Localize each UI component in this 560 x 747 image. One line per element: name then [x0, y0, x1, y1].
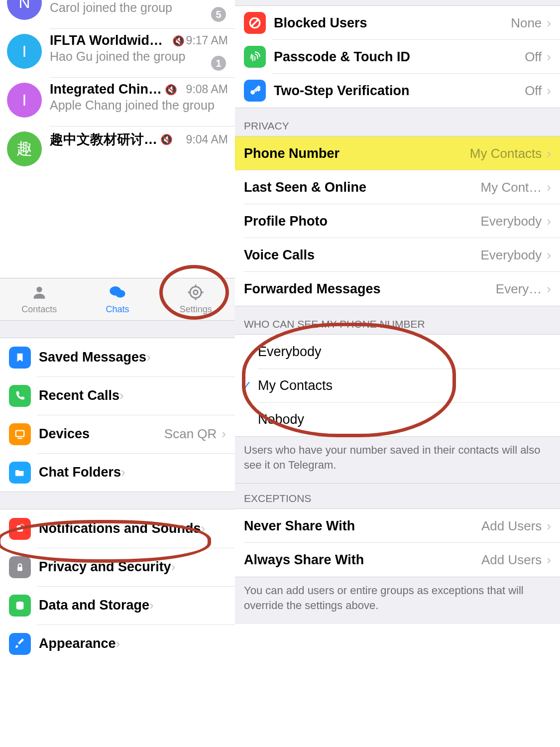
row-blocked-users[interactable]: Blocked Users None › — [235, 6, 560, 40]
row-value: None — [511, 15, 542, 31]
avatar: N — [7, 0, 42, 20]
row-appearance[interactable]: Appearance › — [0, 624, 235, 663]
row-label: Forwarded Messages — [244, 281, 381, 297]
choice-my-contacts[interactable]: ✓ My Contacts — [235, 369, 560, 402]
chat-time: 9:17 AM — [186, 34, 228, 47]
person-icon — [31, 284, 48, 303]
svg-rect-13 — [17, 567, 22, 571]
row-chat-folders[interactable]: Chat Folders › — [0, 453, 235, 492]
row-saved-messages[interactable]: Saved Messages › — [0, 338, 235, 376]
unread-badge: 5 — [211, 7, 226, 22]
row-label: Devices — [39, 426, 90, 442]
row-two-step[interactable]: Two-Step Verification Off › — [235, 74, 560, 108]
row-profile-photo[interactable]: Profile Photo Everybody › — [235, 204, 560, 238]
muted-icon: 🔇 — [160, 133, 173, 145]
row-label: Notifications and Sounds — [39, 521, 201, 536]
chevron-right-icon: › — [171, 559, 176, 575]
row-voice-calls[interactable]: Voice Calls Everybody › — [235, 238, 560, 272]
chevron-right-icon: › — [547, 518, 551, 534]
key-icon — [244, 80, 266, 102]
section-footer: Users who have your number saved in thei… — [235, 436, 560, 483]
row-data-storage[interactable]: Data and Storage › — [0, 586, 235, 624]
row-value: Add Users — [481, 518, 542, 534]
row-label: Privacy and Security — [39, 559, 171, 575]
bookmark-icon — [9, 347, 31, 369]
row-passcode[interactable]: Passcode & Touch ID Off › — [235, 40, 560, 74]
svg-rect-9 — [16, 430, 24, 436]
row-value: Scan QR — [164, 426, 217, 442]
row-value: Everybody — [480, 248, 542, 263]
chat-subtitle: Hao Gu joined the group — [50, 49, 228, 64]
tab-settings[interactable]: Settings — [157, 278, 235, 320]
tab-bar: Contacts Chats Settings — [0, 278, 235, 320]
row-value: My Contacts — [470, 146, 542, 161]
row-recent-calls[interactable]: Recent Calls › — [0, 376, 235, 415]
row-always-share[interactable]: Always Share With Add Users › — [235, 543, 560, 577]
chat-row[interactable]: 趣 趣中文教材研讨… 🔇 9:04 AM — [0, 126, 235, 175]
choice-everybody[interactable]: Everybody — [235, 335, 560, 369]
chats-and-settings-panel: N NCLC/CLTA SIG… 🔇 9:33 AM Carol joined … — [0, 0, 235, 747]
unread-badge: 1 — [211, 56, 226, 71]
brush-icon — [9, 633, 31, 655]
row-last-seen[interactable]: Last Seen & Online My Cont… › — [235, 170, 560, 204]
chevron-right-icon: › — [547, 281, 551, 297]
chevron-right-icon: › — [119, 388, 124, 403]
chevron-right-icon: › — [547, 83, 551, 99]
chevron-right-icon: › — [547, 214, 551, 229]
section-header-who: WHO CAN SEE MY PHONE NUMBER — [235, 306, 560, 335]
fingerprint-icon — [244, 46, 266, 68]
row-phone-number[interactable]: Phone Number My Contacts › — [235, 136, 560, 170]
chat-row[interactable]: N NCLC/CLTA SIG… 🔇 9:33 AM Carol joined … — [0, 0, 235, 29]
row-privacy-security[interactable]: Privacy and Security › — [0, 548, 235, 586]
chat-row[interactable]: I IFLTA Worldwide… 🔇 9:17 AM Hao Gu join… — [0, 29, 235, 78]
svg-point-2 — [115, 290, 125, 298]
lock-icon — [9, 556, 31, 578]
database-icon — [9, 595, 31, 617]
section-header-exceptions: EXCEPTIONS — [235, 483, 560, 509]
tab-label: Settings — [180, 304, 212, 315]
row-label: Voice Calls — [244, 248, 315, 263]
phone-icon — [9, 385, 31, 407]
choice-nobody[interactable]: Nobody — [235, 402, 560, 436]
row-value: Off — [525, 83, 542, 99]
choice-label: Everybody — [258, 344, 322, 360]
row-value: Every… — [496, 281, 542, 297]
chevron-right-icon: › — [201, 521, 206, 536]
chat-title: IFLTA Worldwide… — [50, 33, 169, 48]
svg-point-17 — [250, 90, 255, 95]
chevron-right-icon: › — [547, 49, 551, 65]
tab-chats[interactable]: Chats — [78, 278, 156, 320]
svg-line-16 — [252, 20, 258, 26]
row-notifications[interactable]: Notifications and Sounds › — [0, 509, 235, 548]
monitor-icon — [9, 423, 31, 445]
row-label: Blocked Users — [274, 15, 367, 31]
row-label: Appearance — [39, 636, 116, 651]
chat-row[interactable]: I Integrated Chin… 🔇 9:08 AM Apple Chang… — [0, 78, 235, 126]
chat-time: 9:04 AM — [186, 133, 228, 146]
choice-label: Nobody — [258, 412, 304, 427]
chevron-right-icon: › — [146, 350, 151, 365]
row-label: Passcode & Touch ID — [274, 49, 410, 65]
row-forwarded-messages[interactable]: Forwarded Messages Every… › — [235, 272, 560, 306]
row-label: Last Seen & Online — [244, 180, 366, 195]
chevron-right-icon: › — [547, 15, 551, 31]
chat-subtitle: Apple Chang joined the group — [50, 98, 228, 113]
svg-point-4 — [194, 290, 198, 295]
avatar: I — [7, 83, 42, 118]
chevron-right-icon: › — [547, 248, 551, 263]
chat-subtitle: Carol joined the group — [50, 0, 228, 15]
svg-point-12 — [20, 524, 24, 527]
tab-contacts[interactable]: Contacts — [0, 278, 78, 320]
chat-title: Integrated Chin… — [50, 82, 162, 97]
muted-icon: 🔇 — [165, 84, 177, 96]
avatar: I — [7, 34, 42, 69]
chevron-right-icon: › — [547, 146, 551, 161]
privacy-settings-panel: Blocked Users None › Passcode & Touch ID… — [235, 0, 560, 747]
row-label: Saved Messages — [39, 350, 146, 365]
chat-title: 趣中文教材研讨… — [50, 130, 157, 148]
row-devices[interactable]: Devices Scan QR › — [0, 415, 235, 453]
bell-icon — [9, 518, 31, 540]
svg-point-0 — [36, 287, 42, 292]
row-never-share[interactable]: Never Share With Add Users › — [235, 509, 560, 543]
row-label: Data and Storage — [39, 598, 149, 613]
